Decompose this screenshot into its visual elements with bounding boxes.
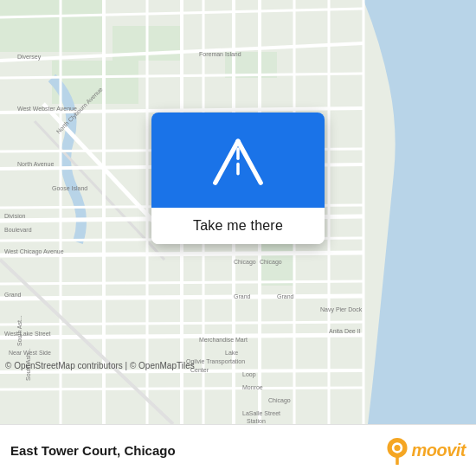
moovit-pin-icon xyxy=(385,437,409,465)
svg-line-65 xyxy=(238,141,261,183)
svg-text:Chicago: Chicago xyxy=(234,259,256,266)
take-me-there-button[interactable]: Take me there xyxy=(151,208,325,244)
svg-text:Lake: Lake xyxy=(225,350,238,356)
svg-text:Near West Side: Near West Side xyxy=(9,350,51,356)
moovit-brand-text: moovit xyxy=(411,441,466,460)
svg-text:Boulevard: Boulevard xyxy=(4,227,32,233)
map-attribution: © OpenStreetMap contributors | © OpenMap… xyxy=(5,361,195,370)
svg-text:Division: Division xyxy=(4,213,26,219)
svg-text:Foreman Island: Foreman Island xyxy=(199,51,241,57)
svg-text:Station: Station xyxy=(247,418,266,424)
svg-text:Monroe: Monroe xyxy=(242,384,263,390)
svg-rect-1 xyxy=(0,0,104,52)
svg-text:Grand: Grand xyxy=(234,293,251,299)
svg-text:Loop: Loop xyxy=(242,371,256,378)
svg-text:West Webster Avenue: West Webster Avenue xyxy=(17,106,77,112)
svg-text:West Chicago Avenue: West Chicago Avenue xyxy=(4,248,64,255)
location-name: East Tower Court, Chicago xyxy=(10,443,176,458)
road-icon xyxy=(208,130,268,190)
svg-text:LaSalle Street: LaSalle Street xyxy=(242,410,280,416)
bottom-bar: East Tower Court, Chicago moovit xyxy=(0,424,476,476)
svg-text:Ogilvie Transportation: Ogilvie Transportation xyxy=(186,358,245,365)
svg-text:North Avenue: North Avenue xyxy=(17,161,54,167)
map-container[interactable]: Diversey West Webster Avenue North Avenu… xyxy=(0,0,476,424)
svg-text:Grand: Grand xyxy=(277,293,294,299)
popup-icon-area xyxy=(151,113,325,208)
svg-text:Grand: Grand xyxy=(4,292,22,298)
svg-text:Goose Island: Goose Island xyxy=(52,185,87,191)
svg-text:Merchandise Mart: Merchandise Mart xyxy=(199,337,248,343)
svg-text:Anita Dee II: Anita Dee II xyxy=(329,328,361,334)
svg-text:Diversey: Diversey xyxy=(17,54,42,61)
popup-card: Take me there xyxy=(151,113,325,244)
moovit-logo: moovit xyxy=(385,437,466,465)
svg-text:Navy Pier Dock: Navy Pier Dock xyxy=(320,306,363,313)
svg-text:Chicago: Chicago xyxy=(260,259,282,266)
svg-point-70 xyxy=(395,444,401,450)
svg-text:West Lake Street: West Lake Street xyxy=(4,331,51,337)
location-info: East Tower Court, Chicago xyxy=(10,443,176,458)
svg-line-64 xyxy=(215,141,238,183)
svg-text:South Ast...: South Ast... xyxy=(16,315,23,346)
svg-text:Chicago: Chicago xyxy=(268,397,291,404)
